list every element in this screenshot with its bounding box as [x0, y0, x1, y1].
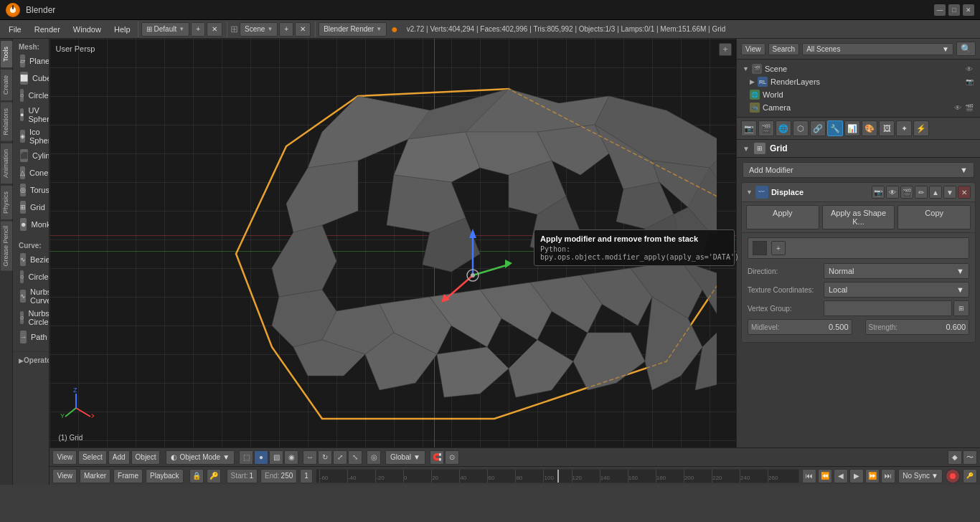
- play-reverse-button[interactable]: ◀: [834, 469, 848, 483]
- direction-dropdown[interactable]: Normal ▼: [824, 263, 969, 279]
- modifier-up-icon[interactable]: ▲: [929, 186, 942, 199]
- skip-start-button[interactable]: ⏮: [802, 469, 816, 483]
- current-frame-field[interactable]: 1: [300, 469, 313, 483]
- modifier-eye-icon[interactable]: 👁: [886, 186, 899, 199]
- tree-item-camera[interactable]: 📹 Camera 👁 🎬: [740, 101, 977, 114]
- mode-dropdown[interactable]: ◐ Object Mode ▼: [166, 450, 235, 465]
- mesh-circle-button[interactable]: ○ Circle: [16, 87, 46, 104]
- viewport-add-button[interactable]: +: [719, 43, 732, 56]
- modifier-down-icon[interactable]: ▼: [943, 186, 956, 199]
- sidebar-tab-tools[interactable]: Tools: [0, 40, 13, 68]
- props-data-icon[interactable]: 📊: [844, 120, 860, 136]
- camera-render-icon[interactable]: 🎬: [964, 103, 974, 113]
- timeline-lock-icon[interactable]: 🔒: [189, 469, 204, 483]
- maximize-button[interactable]: □: [948, 4, 960, 16]
- path-button[interactable]: → Path: [16, 328, 46, 346]
- curve-bezier-button[interactable]: ∿ Bezier: [16, 251, 46, 268]
- mesh-monkey-button[interactable]: ☻ Monkey: [16, 216, 46, 233]
- mesh-cone-button[interactable]: △ Cone: [16, 164, 46, 181]
- nurbs-circle-button[interactable]: ○ Nurbs Circle: [16, 307, 46, 328]
- view-button[interactable]: View: [741, 43, 765, 55]
- object-menu-button[interactable]: Object: [131, 450, 161, 465]
- end-frame-field[interactable]: End: 250: [260, 469, 297, 483]
- sidebar-tab-grease[interactable]: Grease Pencil: [0, 221, 13, 272]
- modifier-camera-icon[interactable]: 📷: [872, 186, 885, 199]
- layout-dropdown[interactable]: ⊞ Default ▼: [141, 22, 190, 37]
- timeline-playback-button[interactable]: Playback: [146, 469, 184, 483]
- timeline-key-icon[interactable]: 🔑: [207, 469, 221, 483]
- auto-keying-button[interactable]: 🔑: [963, 469, 977, 483]
- layout-close-button[interactable]: ✕: [207, 22, 222, 37]
- mesh-icosphere-button[interactable]: ◈ Ico Sphere: [16, 125, 46, 147]
- midlevel-field[interactable]: Midlevel: 0.500: [748, 319, 852, 335]
- props-texture-icon[interactable]: 🖼: [879, 120, 895, 136]
- renderlayers-icon2[interactable]: 📷: [964, 77, 974, 87]
- select-menu-button[interactable]: Select: [78, 450, 107, 465]
- prev-frame-button[interactable]: ⏪: [818, 469, 832, 483]
- next-frame-button[interactable]: ⏩: [865, 469, 880, 483]
- modifier-render-icon[interactable]: 🎬: [900, 186, 913, 199]
- transform-icon[interactable]: ⤡: [348, 450, 362, 465]
- sidebar-tab-physics[interactable]: Physics: [0, 185, 13, 220]
- frame-ruler[interactable]: -60 -40 -20 0 20 40 60 80 100 120 140 16…: [316, 469, 799, 483]
- apply-shape-button[interactable]: Apply as Shape K...: [822, 205, 895, 229]
- props-constraints-icon[interactable]: 🔗: [810, 120, 826, 136]
- props-object-icon[interactable]: ⬡: [793, 120, 809, 136]
- props-particles-icon[interactable]: ✦: [896, 120, 912, 136]
- texture-new-icon[interactable]: +: [771, 241, 786, 255]
- strength-field[interactable]: Strength: 0.600: [865, 319, 970, 335]
- scale-icon[interactable]: ⤢: [333, 450, 347, 465]
- motion-path-icon[interactable]: 〜: [963, 450, 977, 465]
- tree-item-scene[interactable]: ▼ 🎬 Scene 👁: [740, 62, 977, 75]
- mesh-grid-button[interactable]: ⊞ Grid: [16, 199, 46, 216]
- operator-header[interactable]: ▶ Operator ⋯: [16, 355, 46, 366]
- wireframe-icon[interactable]: ⬚: [239, 450, 253, 465]
- scene-close-button[interactable]: ✕: [295, 22, 311, 37]
- camera-visible-icon[interactable]: 👁: [953, 103, 963, 113]
- mesh-cube-button[interactable]: ⬜ Cube: [16, 70, 46, 87]
- sidebar-tab-create[interactable]: Create: [0, 69, 13, 101]
- modifier-edit-icon[interactable]: ✏: [915, 186, 928, 199]
- minimize-button[interactable]: —: [934, 4, 946, 16]
- mesh-plane-button[interactable]: ▱ Plane: [16, 52, 46, 70]
- copy-button[interactable]: Copy: [897, 205, 971, 229]
- search-icon[interactable]: 🔍: [956, 42, 976, 56]
- solid-icon[interactable]: ●: [254, 450, 268, 465]
- add-menu-button[interactable]: Add: [108, 450, 130, 465]
- menu-help[interactable]: Help: [108, 24, 136, 35]
- tree-item-renderlayers[interactable]: ▶ RL RenderLayers 📷: [740, 75, 977, 88]
- global-dropdown[interactable]: Global ▼: [385, 450, 425, 465]
- proportional-icon[interactable]: ⊙: [445, 450, 459, 465]
- props-render-icon[interactable]: 📷: [741, 120, 757, 136]
- apply-button[interactable]: Apply: [746, 205, 819, 229]
- rendered-icon[interactable]: ◉: [284, 450, 298, 465]
- vertex-group-input[interactable]: [824, 300, 952, 316]
- mesh-uvsphere-button[interactable]: ● UV Sphere: [16, 104, 46, 125]
- texture-coords-dropdown[interactable]: Local ▼: [824, 282, 969, 298]
- play-button[interactable]: ▶: [849, 469, 864, 483]
- record-button[interactable]: [946, 469, 960, 483]
- tree-item-world[interactable]: 🌐 World: [740, 88, 977, 101]
- layout-add-button[interactable]: +: [191, 22, 205, 37]
- nurbs-curve-button[interactable]: ∿ Nurbs Curve: [16, 285, 46, 307]
- view-menu-button[interactable]: View: [52, 450, 77, 465]
- curve-circle-button[interactable]: ○ Circle: [16, 268, 46, 285]
- props-scene-icon[interactable]: 🎬: [758, 120, 774, 136]
- mesh-cylinder-button[interactable]: ⬛ Cylinder: [16, 147, 46, 164]
- vertex-group-icon-btn[interactable]: ⊞: [953, 300, 969, 316]
- rotate-icon[interactable]: ↻: [318, 450, 332, 465]
- sidebar-tab-relations[interactable]: Relations: [0, 102, 13, 142]
- scene-dropdown[interactable]: Scene ▼: [240, 22, 278, 37]
- props-material-icon[interactable]: 🎨: [862, 120, 877, 136]
- modifier-close-icon[interactable]: ✕: [958, 186, 971, 199]
- menu-file[interactable]: File: [3, 24, 27, 35]
- timeline-frame-button[interactable]: Frame: [113, 469, 143, 483]
- add-modifier-button[interactable]: Add Modifier ▼: [743, 162, 974, 178]
- texture-icon[interactable]: ▧: [269, 450, 283, 465]
- snap-icon[interactable]: 🧲: [430, 450, 444, 465]
- skip-end-button[interactable]: ⏭: [881, 469, 895, 483]
- sidebar-tab-animation[interactable]: Animation: [0, 143, 13, 184]
- all-scenes-dropdown[interactable]: All Scenes ▼: [802, 43, 953, 55]
- scene-add-button[interactable]: +: [279, 22, 293, 37]
- mesh-torus-button[interactable]: ◎ Torus: [16, 181, 46, 199]
